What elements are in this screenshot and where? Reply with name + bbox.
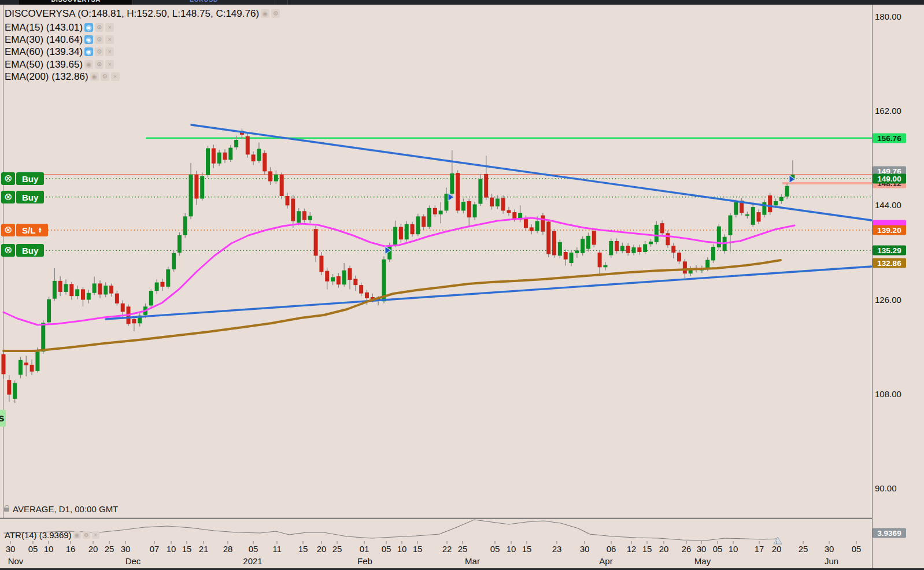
candle-body [75, 289, 79, 296]
time-tick-label: 25 [799, 544, 808, 554]
time-tick-label: 10 [44, 544, 54, 554]
candle-body [592, 231, 596, 245]
candle-body [325, 271, 329, 282]
close-icon[interactable]: × [105, 60, 114, 69]
close-icon[interactable]: × [105, 47, 114, 56]
ema-label: EMA(60) (139.34) [5, 46, 83, 58]
time-tick-label: 30 [121, 544, 131, 554]
gear-icon[interactable]: ⚙ [95, 47, 104, 56]
candle-body [501, 198, 505, 211]
adjust-arrows-icon[interactable]: ▲▼ [38, 227, 42, 233]
candle-body [575, 250, 579, 253]
month-label: 2021 [243, 556, 262, 566]
trade-button-label[interactable]: Buy [16, 191, 44, 203]
candle-body [234, 140, 238, 147]
candle-body [115, 294, 119, 303]
close-order-icon[interactable]: ⊗ [1, 244, 15, 257]
candle-body [546, 221, 550, 254]
candle-body [541, 216, 545, 232]
ema-label: EMA(200) (132.86) [5, 71, 88, 83]
candle-body [98, 283, 102, 294]
month-label: Jun [825, 556, 838, 566]
buy-button[interactable]: ⊗Buy [1, 191, 44, 203]
candle-body [734, 202, 738, 215]
time-tick-label: 01 [360, 544, 369, 554]
buy-button[interactable]: ⊗Buy [1, 244, 44, 257]
eye-icon[interactable]: ◉ [73, 531, 81, 539]
chart-tab-bar: DISCOVERYSA EURUSD [0, 0, 924, 5]
candle-body [660, 223, 664, 233]
candle-body [246, 136, 250, 155]
candle-body [64, 284, 68, 292]
eye-icon[interactable]: ◉ [84, 60, 93, 69]
price-badge: 3.9369 [873, 528, 906, 538]
candle-body [212, 148, 216, 163]
tab-eurusd[interactable]: EURUSD [133, 0, 275, 5]
close-order-icon[interactable]: ⊗ [1, 172, 15, 185]
time-tick-label: 15 [413, 544, 423, 554]
candle-body [69, 284, 73, 296]
eye-icon[interactable]: ◉ [84, 23, 93, 32]
month-label: Mar [465, 556, 480, 566]
close-icon[interactable]: × [92, 531, 99, 539]
gear-icon[interactable]: ⚙ [83, 531, 90, 539]
candle-body [189, 175, 193, 217]
close-icon[interactable]: × [105, 23, 114, 32]
candle-body [728, 216, 732, 235]
candle-body [535, 221, 539, 231]
candle-body [768, 195, 772, 212]
time-tick-label: 22 [442, 544, 452, 554]
price-badge: 132.86 [873, 258, 906, 268]
atr-end-marker [774, 537, 782, 544]
gear-icon[interactable]: ⚙ [95, 60, 104, 69]
eye-icon[interactable]: ◉ [84, 35, 93, 44]
time-tick-label: 07 [150, 544, 160, 554]
buy-button[interactable]: ⊗Buy [1, 172, 44, 185]
candle-body [705, 260, 709, 269]
gear-icon[interactable]: ⚙ [271, 9, 280, 18]
trade-button-label[interactable]: Buy [16, 244, 44, 257]
gear-icon[interactable]: ⚙ [95, 35, 104, 44]
candle-body [558, 242, 562, 256]
ema-legend-row: EMA(50) (139.65)◉⚙× [5, 59, 114, 70]
tab-discoverysa[interactable]: DISCOVERYSA [19, 0, 132, 5]
time-tick-label: 20 [88, 544, 98, 554]
time-tick-label: 25 [105, 544, 114, 554]
close-order-icon[interactable]: ⊗ [1, 191, 15, 203]
candle-body [166, 269, 170, 287]
gear-icon[interactable]: ⚙ [95, 23, 104, 32]
ema-label: EMA(15) (143.01) [5, 22, 83, 34]
eye-icon[interactable]: ◉ [90, 72, 99, 81]
stop-loss-button[interactable]: ⊗S/L▲▼ [1, 224, 48, 236]
candle-body [637, 247, 641, 252]
atr-line [3, 520, 778, 541]
close-order-icon[interactable]: ⊗ [1, 224, 15, 236]
unlock-icon [4, 508, 9, 512]
candle-body [2, 354, 6, 374]
time-tick-label: 16 [66, 544, 76, 554]
time-tick-label: 05 [28, 544, 38, 554]
trade-button-label[interactable]: S/L▲▼ [16, 224, 48, 236]
trade-button-label[interactable]: Buy [16, 172, 44, 185]
candle-body [194, 175, 198, 199]
candle-body [552, 231, 556, 256]
candle-body [643, 244, 647, 252]
candle-body [47, 299, 51, 323]
month-label: Apr [599, 556, 612, 566]
candle-body [711, 247, 715, 261]
candle-body [302, 211, 306, 220]
close-icon[interactable]: × [111, 72, 120, 81]
close-icon[interactable]: × [105, 35, 114, 44]
candle-body [268, 171, 272, 181]
candle-body [183, 216, 187, 235]
tab-divider [132, 0, 133, 5]
candle-body [467, 201, 471, 217]
candle-body [53, 281, 57, 299]
gear-icon[interactable]: ⚙ [101, 72, 109, 81]
time-tick-label: 05 [490, 544, 500, 554]
eye-icon[interactable]: ◉ [84, 47, 93, 56]
eye-icon[interactable]: ◉ [261, 9, 269, 18]
candle-body [677, 253, 681, 261]
candle-body [717, 227, 721, 247]
time-tick-label: 15 [182, 544, 192, 554]
